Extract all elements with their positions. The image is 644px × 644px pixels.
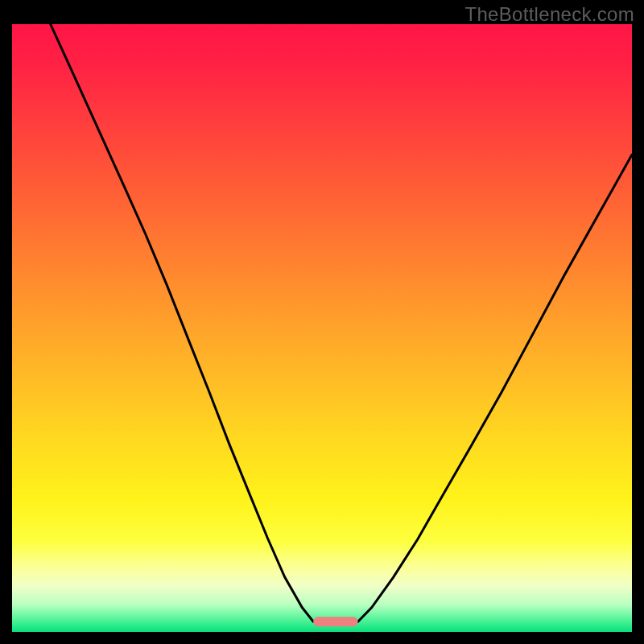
chart-svg (12, 24, 632, 632)
optimal-marker (313, 617, 357, 626)
plot-area (12, 24, 632, 632)
gradient-background (12, 24, 632, 632)
chart-frame: TheBottleneck.com (0, 0, 644, 644)
watermark-text: TheBottleneck.com (464, 3, 634, 26)
